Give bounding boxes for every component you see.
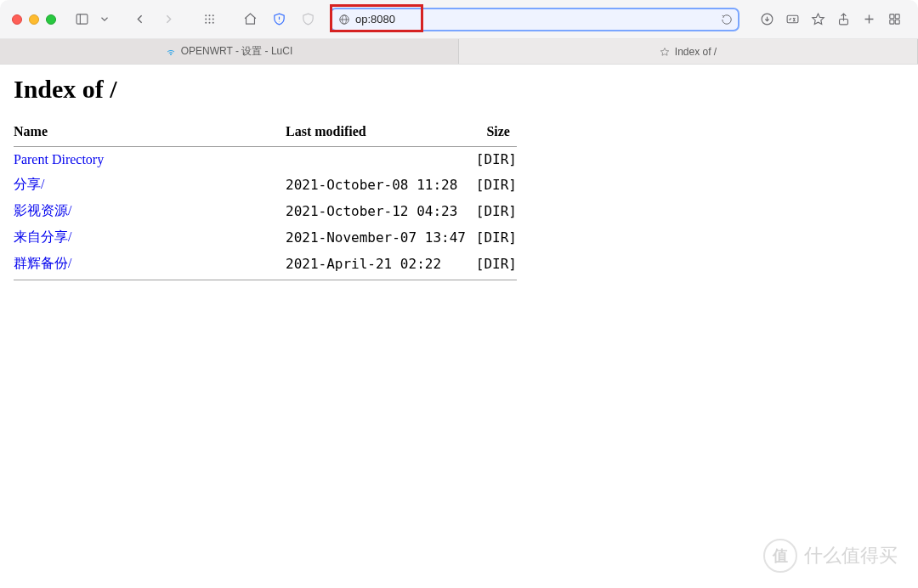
svg-rect-25 (895, 20, 899, 24)
mtime-cell: 2021-October-08 11:28 (286, 172, 466, 198)
svg-point-8 (205, 22, 207, 24)
globe-icon (338, 14, 350, 25)
col-header-mtime: Last modified (286, 121, 466, 147)
svg-rect-23 (895, 14, 899, 19)
address-bar-text[interactable]: op:8080 (355, 13, 721, 25)
svg-point-7 (212, 19, 213, 20)
row-media: 影视资源/ 2021-October-12 04:23 [DIR] (14, 198, 517, 224)
new-tab-button[interactable] (857, 9, 881, 30)
window-close-button[interactable] (12, 14, 22, 25)
tab-overview-button[interactable] (882, 9, 906, 30)
row-parent-directory: Parent Directory [DIR] (14, 147, 517, 172)
watermark: 值 什么值得买 (763, 539, 898, 573)
sidebar-menu-chevron[interactable] (99, 9, 110, 30)
browser-toolbar: op:8080 (0, 0, 918, 39)
wifi-icon (166, 47, 176, 57)
window-controls (12, 14, 56, 25)
size-cell: [DIR] (466, 198, 517, 224)
mtime-cell: 2021-November-07 13:47 (286, 224, 466, 251)
star-icon (660, 47, 670, 57)
start-page-button[interactable] (197, 9, 221, 30)
address-bar-container: op:8080 (330, 8, 740, 31)
reload-icon[interactable] (721, 14, 733, 25)
svg-rect-0 (76, 14, 88, 24)
svg-point-2 (205, 14, 207, 16)
svg-point-10 (212, 22, 213, 24)
size-cell: [DIR] (466, 172, 517, 198)
mtime-cell: 2021-April-21 02:22 (286, 251, 466, 280)
link-media[interactable]: 影视资源/ (14, 203, 71, 218)
tab-strip: OPENWRT - 设置 - LuCI Index of / (0, 39, 918, 65)
col-header-size: Size (466, 121, 517, 147)
tab-title: Index of / (675, 46, 717, 58)
row-from-share: 来自分享/ 2021-November-07 13:47 [DIR] (14, 224, 517, 251)
window-zoom-button[interactable] (46, 14, 56, 25)
svg-rect-22 (889, 14, 893, 19)
downloads-button[interactable] (755, 9, 779, 30)
row-synology-backup: 群辉备份/ 2021-April-21 02:22 [DIR] (14, 251, 517, 280)
bookmark-button[interactable] (806, 9, 830, 30)
window-minimize-button[interactable] (29, 14, 39, 25)
svg-point-4 (212, 14, 213, 16)
toolbar-right (755, 9, 906, 30)
link-share[interactable]: 分享/ (14, 177, 44, 191)
link-parent-directory[interactable]: Parent Directory (14, 152, 104, 167)
size-cell: [DIR] (466, 147, 517, 172)
col-header-name: Name (14, 121, 286, 147)
svg-point-26 (170, 54, 171, 54)
svg-point-5 (205, 19, 207, 20)
tab-indexof[interactable]: Index of / (459, 39, 918, 64)
address-bar[interactable]: op:8080 (330, 8, 740, 31)
mtime-cell: 2021-October-12 04:23 (286, 198, 466, 224)
link-synology-backup[interactable]: 群辉备份/ (14, 256, 71, 270)
nav-back-button[interactable] (128, 9, 151, 30)
privacy-report-icon[interactable] (296, 9, 320, 30)
tab-title: OPENWRT - 设置 - LuCI (181, 44, 293, 59)
svg-point-9 (208, 22, 210, 24)
translate-button[interactable] (780, 9, 804, 30)
svg-rect-17 (787, 15, 798, 23)
home-button[interactable] (238, 9, 262, 30)
svg-marker-18 (812, 14, 823, 24)
svg-marker-27 (660, 48, 669, 55)
svg-rect-24 (889, 20, 893, 24)
link-from-share[interactable]: 来自分享/ (14, 229, 71, 244)
page-heading: Index of / (14, 75, 904, 104)
directory-listing: Name Last modified Size Parent Directory… (14, 121, 517, 280)
page-content: Index of / Name Last modified Size Paren… (0, 65, 918, 294)
svg-point-3 (208, 14, 210, 16)
tab-openwrt[interactable]: OPENWRT - 设置 - LuCI (0, 39, 459, 64)
watermark-text: 什么值得买 (804, 543, 898, 568)
watermark-badge: 值 (763, 539, 797, 573)
sidebar-toggle-button[interactable] (70, 9, 94, 30)
size-cell: [DIR] (466, 224, 517, 251)
mtime-cell (286, 147, 466, 172)
nav-forward-button[interactable] (156, 9, 180, 30)
row-share: 分享/ 2021-October-08 11:28 [DIR] (14, 172, 517, 198)
shield-icon[interactable] (267, 9, 291, 30)
size-cell: [DIR] (466, 251, 517, 280)
share-button[interactable] (831, 9, 855, 30)
svg-point-6 (208, 19, 210, 20)
